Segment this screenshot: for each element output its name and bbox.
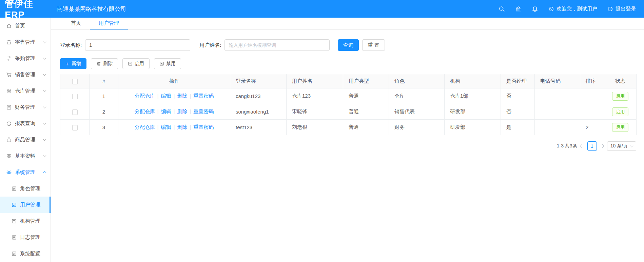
sidebar-subitem-roles[interactable]: 角色管理 (0, 180, 51, 197)
col-phone: 电话号码 (535, 74, 580, 88)
edit-link[interactable]: 编辑 (161, 108, 171, 114)
pagination-total: 1-3 共3条 (557, 143, 577, 149)
reset-password-link[interactable]: 重置密码 (193, 93, 214, 99)
document-icon (11, 202, 17, 208)
delete-link[interactable]: 删除 (177, 124, 187, 130)
grid-icon (6, 153, 12, 159)
cell-sort: 2 (580, 120, 604, 135)
query-button[interactable]: 查询 (338, 39, 359, 51)
op-separator: | (190, 93, 191, 99)
row-checkbox[interactable] (72, 94, 78, 99)
cell-role: 仓库 (389, 88, 445, 104)
archive-icon (6, 88, 12, 94)
sidebar-subitem-config[interactable]: 系统配置 (0, 245, 51, 262)
chevron-down-icon (43, 73, 46, 76)
cell-org: 仓库1部 (445, 88, 501, 104)
user-circle-down-icon (548, 6, 554, 12)
sidebar-item-label: 日志管理 (20, 234, 40, 241)
status-badge: 启用 (612, 123, 628, 132)
sync-icon (6, 56, 12, 61)
sidebar-item-finance[interactable]: 财务管理 (0, 99, 51, 115)
cell-login: cangku123 (230, 88, 287, 104)
cell-index: 3 (90, 120, 118, 135)
table-row: 2 分配仓库|编辑|删除|重置密码 songxiaofeng1 宋晓锋 普通 销… (60, 104, 637, 120)
cell-phone (535, 120, 580, 135)
chevron-down-icon (43, 121, 46, 125)
tab-home[interactable]: 首页 (62, 18, 90, 29)
main-area: 首页 用户管理 登录名称: 用户姓名: 查询 重 置 + 新增 (51, 18, 644, 262)
document-icon (11, 186, 17, 192)
content-panel: 登录名称: 用户姓名: 查询 重 置 + 新增 删除 (51, 30, 644, 151)
col-role: 角色 (389, 74, 445, 88)
disable-button[interactable]: 禁用 (154, 58, 181, 69)
gear-icon (6, 169, 12, 175)
cell-operations: 分配仓库|编辑|删除|重置密码 (118, 88, 230, 104)
sidebar-subitem-logs[interactable]: 日志管理 (0, 229, 51, 245)
page-size-select[interactable]: 10 条/页 (607, 141, 636, 151)
chevron-down-icon (43, 154, 46, 157)
sidebar-subitem-users[interactable]: 用户管理 (0, 197, 51, 213)
next-page-icon[interactable] (600, 144, 604, 148)
sidebar-item-sales[interactable]: 销售管理 (0, 66, 51, 83)
assign-warehouse-link[interactable]: 分配仓库 (135, 108, 155, 114)
col-login-name: 登录名称 (230, 74, 287, 88)
cell-index: 2 (90, 104, 118, 120)
user-name-input[interactable] (225, 39, 330, 51)
x-square-icon (159, 61, 164, 66)
row-checkbox[interactable] (72, 109, 78, 115)
search-icon[interactable] (499, 6, 505, 12)
reset-button[interactable]: 重 置 (362, 39, 385, 51)
logout-button[interactable]: 退出登录 (607, 6, 636, 12)
delete-link[interactable]: 删除 (177, 108, 187, 114)
finance-icon (6, 104, 12, 110)
bell-icon[interactable] (532, 6, 538, 12)
sidebar-item-goods[interactable]: 商品管理 (0, 132, 51, 148)
select-all-checkbox[interactable] (72, 79, 78, 84)
reset-password-link[interactable]: 重置密码 (193, 108, 214, 114)
sidebar-item-label: 基本资料 (15, 153, 35, 159)
search-form: 登录名称: 用户姓名: 查询 重 置 (60, 39, 636, 51)
cell-type: 普通 (343, 88, 389, 104)
enable-button[interactable]: 启用 (122, 58, 150, 69)
page-number-1[interactable]: 1 (587, 141, 597, 151)
sidebar-item-label: 用户管理 (20, 202, 40, 208)
delete-link[interactable]: 删除 (177, 93, 187, 99)
cell-manager: 否 (501, 88, 535, 104)
tab-bar: 首页 用户管理 (51, 18, 644, 30)
sidebar-item-label: 销售管理 (15, 72, 35, 78)
gift-icon (6, 39, 12, 45)
welcome-user[interactable]: 欢迎您，测试用户 (548, 6, 597, 12)
bank-icon[interactable] (515, 6, 522, 12)
sidebar-item-label: 仓库管理 (15, 88, 35, 94)
sidebar-item-system[interactable]: 系统管理 (0, 164, 51, 180)
add-button-label: 新增 (72, 61, 81, 67)
row-checkbox[interactable] (72, 125, 78, 130)
assign-warehouse-link[interactable]: 分配仓库 (135, 124, 155, 130)
cell-login: songxiaofeng1 (230, 104, 287, 120)
user-table-wrap: # 操作 登录名称 用户姓名 用户类型 角色 机构 是否经理 电话号码 排序 状… (60, 74, 636, 135)
cell-role: 销售代表 (389, 104, 445, 120)
tab-user-management[interactable]: 用户管理 (90, 18, 128, 29)
sidebar-item-label: 零售管理 (15, 39, 35, 45)
edit-link[interactable]: 编辑 (161, 124, 171, 130)
sidebar-item-reports[interactable]: 报表查询 (0, 115, 51, 132)
op-separator: | (174, 108, 175, 114)
assign-warehouse-link[interactable]: 分配仓库 (135, 93, 155, 99)
sidebar-item-warehouse[interactable]: 仓库管理 (0, 83, 51, 99)
reset-password-link[interactable]: 重置密码 (193, 124, 214, 130)
login-name-input[interactable] (85, 39, 190, 51)
add-button[interactable]: + 新增 (60, 58, 86, 69)
cell-org: 研发部 (445, 104, 501, 120)
sidebar-item-basic-data[interactable]: 基本资料 (0, 148, 51, 164)
user-name-label: 用户姓名: (199, 42, 221, 48)
edit-link[interactable]: 编辑 (161, 93, 171, 99)
bag-icon (6, 137, 12, 143)
cell-name: 刘老根 (287, 120, 343, 135)
table-header-row: # 操作 登录名称 用户姓名 用户类型 角色 机构 是否经理 电话号码 排序 状… (60, 74, 637, 88)
sidebar-item-retail[interactable]: 零售管理 (0, 34, 51, 50)
logout-label: 退出登录 (616, 6, 636, 12)
delete-button[interactable]: 删除 (91, 58, 118, 69)
prev-page-icon[interactable] (580, 144, 584, 148)
sidebar-subitem-orgs[interactable]: 机构管理 (0, 213, 51, 229)
sidebar-item-purchase[interactable]: 采购管理 (0, 50, 51, 66)
